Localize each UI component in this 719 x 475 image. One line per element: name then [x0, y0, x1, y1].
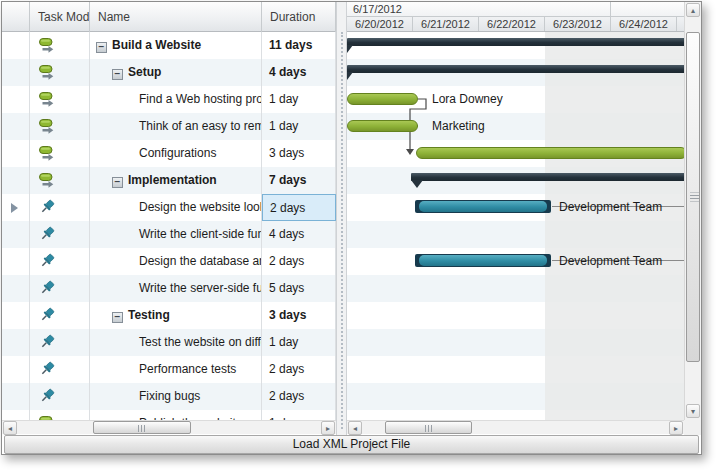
task-mode-cell[interactable]	[30, 194, 90, 221]
task-mode-cell[interactable]	[30, 221, 90, 248]
task-row[interactable]: Design the database and2 days	[2, 248, 336, 275]
collapse-minus-icon[interactable]: −	[112, 69, 123, 80]
column-header-indicator[interactable]	[2, 2, 30, 32]
task-name-cell[interactable]: Write the client-side func	[90, 221, 262, 248]
task-name-cell[interactable]: Find a Web hosting prov	[90, 86, 262, 113]
task-name-cell[interactable]: Publish the website	[90, 410, 262, 420]
scroll-down-button[interactable]: ▾	[686, 404, 700, 418]
task-name-cell[interactable]: Think of an easy to reme	[90, 113, 262, 140]
task-name-cell[interactable]: Performance tests	[90, 356, 262, 383]
task-duration-cell[interactable]: 4 days	[262, 221, 336, 248]
task-name-cell[interactable]: Configurations	[90, 140, 262, 167]
task-mode-cell[interactable]	[30, 383, 90, 410]
week-header-cell[interactable]	[611, 2, 684, 17]
task-name-cell[interactable]: −Setup	[90, 59, 262, 86]
task-mode-cell[interactable]	[30, 140, 90, 167]
task-duration-cell[interactable]: 5 days	[262, 275, 336, 302]
task-duration-cell[interactable]: 7 days	[262, 167, 336, 194]
vertical-scrollbar[interactable]: ▴▾	[684, 2, 701, 420]
task-mode-cell[interactable]	[30, 248, 90, 275]
collapse-minus-icon[interactable]: −	[112, 177, 123, 188]
task-mode-cell[interactable]	[30, 59, 90, 86]
chart-horizontal-scrollbar[interactable]: ◂▸	[347, 420, 684, 434]
table-scroll-thumb[interactable]	[93, 421, 191, 434]
task-row[interactable]: −Testing3 days	[2, 302, 336, 329]
table-scroll-right-button[interactable]: ▸	[321, 421, 335, 435]
task-row[interactable]: Find a Web hosting prov1 day	[2, 86, 336, 113]
task-name-cell[interactable]: Design the database and	[90, 248, 262, 275]
task-name-cell[interactable]: −Build a Website	[90, 32, 262, 59]
day-header-cell[interactable]: 6/21/2012	[413, 17, 479, 32]
task-row[interactable]: −Build a Website11 days	[2, 32, 336, 59]
task-mode-cell[interactable]	[30, 302, 90, 329]
task-row[interactable]: Write the server-side fun5 days	[2, 275, 336, 302]
summary-bar[interactable]	[411, 173, 684, 181]
task-mode-cell[interactable]	[30, 356, 90, 383]
task-mode-cell[interactable]	[30, 329, 90, 356]
task-row[interactable]: Performance tests2 days	[2, 356, 336, 383]
column-header-duration[interactable]: Duration	[262, 2, 336, 32]
task-row[interactable]: Write the client-side func4 days	[2, 221, 336, 248]
vertical-scroll-thumb[interactable]	[686, 32, 700, 362]
task-row[interactable]: Think of an easy to reme1 day	[2, 113, 336, 140]
load-xml-button[interactable]: Load XML Project File	[4, 435, 699, 454]
task-name-cell[interactable]: Write the server-side fun	[90, 275, 262, 302]
summary-bar-notch-icon	[347, 45, 353, 53]
task-mode-cell[interactable]	[30, 113, 90, 140]
summary-bar[interactable]	[347, 38, 684, 46]
task-row[interactable]: Configurations3 days	[2, 140, 336, 167]
scroll-up-button[interactable]: ▴	[686, 3, 700, 17]
task-mode-cell[interactable]	[30, 275, 90, 302]
task-bar-manual[interactable]	[415, 200, 551, 213]
task-duration-cell[interactable]: 1 day	[262, 113, 336, 140]
task-name: Design the website look	[139, 200, 262, 214]
task-bar-auto[interactable]	[347, 120, 418, 132]
chart-scroll-thumb[interactable]	[385, 421, 472, 434]
task-duration-cell[interactable]: 1 day	[262, 410, 336, 420]
panel-splitter[interactable]	[336, 2, 347, 435]
day-header-cell[interactable]: 6/20/2012	[347, 17, 413, 32]
task-name-cell[interactable]: Fixing bugs	[90, 383, 262, 410]
summary-bar[interactable]	[347, 65, 684, 73]
task-duration-cell[interactable]: 2 days	[262, 248, 336, 275]
column-header-mode[interactable]: Task Mode	[30, 2, 90, 32]
task-duration-cell[interactable]: 2 days	[262, 383, 336, 410]
task-duration-cell[interactable]: 1 day	[262, 86, 336, 113]
task-row[interactable]: Fixing bugs2 days	[2, 383, 336, 410]
task-duration-cell[interactable]: 2 days	[262, 356, 336, 383]
task-name-cell[interactable]: −Testing	[90, 302, 262, 329]
task-row[interactable]: −Implementation7 days	[2, 167, 336, 194]
task-bar-manual[interactable]	[415, 254, 551, 267]
task-duration-cell[interactable]: 4 days	[262, 59, 336, 86]
task-row[interactable]: Design the website look2 days	[2, 194, 336, 221]
chart-scroll-left-button[interactable]: ◂	[348, 421, 362, 435]
task-row[interactable]: −Setup4 days	[2, 59, 336, 86]
task-mode-cell[interactable]	[30, 167, 90, 194]
task-bar-auto[interactable]	[416, 147, 684, 159]
table-scroll-left-button[interactable]: ◂	[3, 421, 17, 435]
task-duration-cell[interactable]: 1 day	[262, 329, 336, 356]
task-duration-cell[interactable]: 11 days	[262, 32, 336, 59]
task-name: Write the server-side fun	[139, 281, 262, 295]
column-header-name[interactable]: Name	[90, 2, 262, 32]
task-bar-auto[interactable]	[347, 93, 418, 105]
task-duration-cell[interactable]: 3 days	[262, 302, 336, 329]
task-duration-cell[interactable]: 3 days	[262, 140, 336, 167]
table-horizontal-scrollbar[interactable]: ◂▸	[2, 420, 336, 434]
task-row[interactable]: Test the website on diffe1 day	[2, 329, 336, 356]
collapse-minus-icon[interactable]: −	[112, 312, 123, 323]
task-mode-cell[interactable]	[30, 86, 90, 113]
week-header-cell[interactable]: 6/17/2012	[347, 2, 611, 17]
day-header-cell[interactable]: 6/24/2012	[611, 17, 677, 32]
collapse-minus-icon[interactable]: −	[96, 42, 107, 53]
task-mode-cell[interactable]	[30, 410, 90, 420]
task-name-cell[interactable]: Design the website look	[90, 194, 262, 221]
task-name-cell[interactable]: Test the website on diffe	[90, 329, 262, 356]
task-mode-cell[interactable]	[30, 32, 90, 59]
task-row[interactable]: Publish the website1 day	[2, 410, 336, 420]
day-header-cell[interactable]: 6/22/2012	[479, 17, 545, 32]
chart-scroll-right-button[interactable]: ▸	[669, 421, 683, 435]
task-name-cell[interactable]: −Implementation	[90, 167, 262, 194]
task-duration-cell-selected[interactable]: 2 days	[262, 194, 336, 221]
day-header-cell[interactable]: 6/23/2012	[545, 17, 611, 32]
